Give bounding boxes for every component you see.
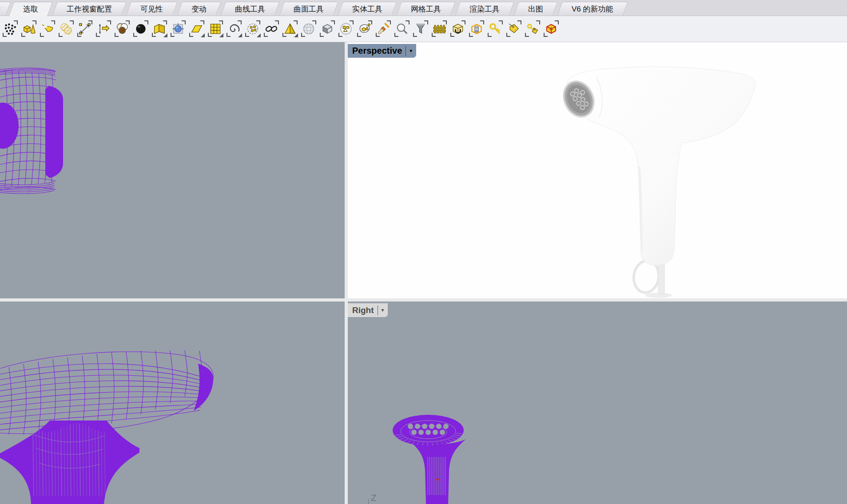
tab-8[interactable]: 渲染工具	[457, 2, 512, 16]
select-pyramid-icon[interactable]	[281, 19, 299, 39]
lasso-select-icon-glyph	[358, 22, 372, 36]
tab-label: 出图	[528, 4, 543, 14]
viewport-right-view[interactable]: Right ▼ Z	[348, 302, 847, 504]
key-icon[interactable]	[486, 19, 504, 39]
tab-bar: 示选取工作视窗配置可见性变动曲线工具曲面工具实体工具网格工具渲染工具出图V6 的…	[0, 0, 847, 16]
viewport-label-right[interactable]: Right ▼	[348, 303, 388, 317]
tab-7[interactable]: 网格工具	[399, 2, 453, 16]
select-chain-icon-glyph	[264, 22, 278, 36]
select-hatches-icon[interactable]	[57, 19, 75, 39]
tab-clipped-first[interactable]: 示	[0, 2, 8, 16]
tab-label: 实体工具	[352, 4, 382, 14]
flyout-triangle-icon	[257, 33, 261, 37]
tab-label: 网格工具	[411, 4, 441, 14]
tab-3[interactable]: 变动	[179, 2, 219, 16]
select-chain-icon[interactable]	[262, 19, 280, 39]
select-blocks-icon[interactable]	[169, 19, 187, 39]
label-separator	[378, 306, 378, 315]
select-u-box-icon[interactable]	[449, 19, 467, 39]
wireframe-model-right-view	[348, 302, 847, 504]
select-surfaces-icon[interactable]	[39, 19, 56, 39]
select-blocks-icon-glyph	[171, 22, 185, 36]
select-wire-box-icon[interactable]	[318, 19, 336, 39]
select-gray-sphere-icon[interactable]	[300, 19, 318, 39]
select-spiral-icon[interactable]	[225, 19, 243, 39]
viewport-label-text: Right	[352, 306, 374, 315]
select-u-box-icon-glyph	[451, 22, 465, 36]
key-icon-glyph	[488, 22, 502, 36]
red-box-icon-glyph	[544, 22, 558, 36]
tab-9[interactable]: 出图	[516, 2, 555, 16]
select-polysurfaces-icon[interactable]	[151, 19, 168, 39]
selection-filter-icon-glyph	[414, 22, 428, 36]
select-black-sphere-icon-glyph	[134, 22, 148, 36]
selection-filter-icon[interactable]	[412, 19, 429, 39]
select-small-objects-icon-glyph	[339, 22, 353, 36]
select-points-icon[interactable]	[1, 19, 19, 39]
viewport-bottom-left[interactable]	[0, 302, 345, 504]
select-gray-sphere-icon-glyph	[302, 22, 316, 36]
wireframe-model-front-view	[0, 302, 345, 504]
flyout-triangle-icon	[163, 33, 167, 37]
select-small-objects-icon[interactable]	[337, 19, 355, 39]
tab-10[interactable]: V6 的新功能	[560, 2, 625, 16]
select-point-cloud-icon[interactable]	[244, 19, 262, 39]
viewport-grid: Perspective ▼ Right ▼ Z	[0, 42, 847, 504]
tab-5[interactable]: 曲面工具	[282, 2, 336, 16]
fence-select-icon-glyph	[432, 22, 446, 36]
select-meshes-icon[interactable]	[207, 19, 224, 39]
viewport-label-perspective[interactable]: Perspective ▼	[348, 44, 416, 58]
select-points-icon-glyph	[3, 22, 17, 36]
keys-tag-icon-glyph	[525, 22, 540, 36]
tab-label: 示	[0, 4, 0, 14]
tab-label: 渲染工具	[469, 4, 500, 14]
tab-label: 曲线工具	[235, 4, 265, 14]
tab-label: 可见性	[140, 4, 163, 14]
tag-icon[interactable]	[505, 19, 523, 39]
rhino-window: 示选取工作视窗配置可见性变动曲线工具曲面工具实体工具网格工具渲染工具出图V6 的…	[0, 0, 847, 504]
select-solids-icon[interactable]	[20, 19, 38, 39]
zoom-select-icon[interactable]	[393, 19, 411, 39]
tab-2[interactable]: 可见性	[128, 2, 175, 16]
select-solids-icon-glyph	[22, 22, 36, 36]
flyout-triangle-icon	[238, 33, 242, 37]
rendered-hair-dryer-model	[348, 42, 847, 298]
select-curves-icon[interactable]	[76, 19, 94, 39]
select-annotations-icon[interactable]	[95, 19, 112, 39]
chevron-down-icon[interactable]: ▼	[381, 308, 385, 313]
tab-label: 工作视窗配置	[67, 4, 112, 14]
select-surfaces-icon-glyph	[40, 22, 55, 36]
z-axis-label: Z	[371, 492, 377, 503]
tab-0[interactable]: 选取	[11, 2, 50, 16]
select-black-sphere-icon[interactable]	[132, 19, 150, 39]
viewport-label-text: Perspective	[352, 46, 402, 56]
chevron-down-icon[interactable]: ▼	[409, 49, 413, 53]
clipping-box-icon[interactable]	[468, 19, 485, 39]
tag-icon-glyph	[507, 22, 521, 36]
flyout-triangle-icon	[201, 33, 205, 37]
selection-toolbar	[0, 16, 847, 42]
select-annotations-icon-glyph	[96, 22, 111, 36]
zoom-select-icon-glyph	[395, 22, 409, 36]
tab-6[interactable]: 实体工具	[340, 2, 394, 16]
lasso-select-icon[interactable]	[356, 19, 374, 39]
wireframe-model-partial-view	[0, 42, 345, 298]
tab-label: V6 的新功能	[572, 4, 613, 14]
flyout-triangle-icon	[219, 33, 223, 37]
tab-1[interactable]: 工作视窗配置	[55, 2, 124, 16]
viewport-top-left[interactable]	[0, 42, 345, 298]
select-hatches-icon-glyph	[59, 22, 73, 36]
fence-select-icon[interactable]	[430, 19, 448, 39]
keys-tag-icon[interactable]	[524, 19, 541, 39]
select-by-color-icon-glyph	[115, 22, 129, 36]
brush-select-icon[interactable]	[374, 19, 392, 39]
select-planar-icon[interactable]	[188, 19, 206, 39]
clipping-box-icon-glyph	[469, 22, 484, 36]
select-by-color-icon[interactable]	[113, 19, 131, 39]
red-box-icon[interactable]	[542, 19, 560, 39]
tab-label: 选取	[23, 4, 38, 14]
flyout-triangle-icon	[294, 33, 298, 37]
viewport-perspective[interactable]: Perspective ▼	[348, 42, 847, 298]
tab-label: 曲面工具	[294, 4, 324, 14]
tab-4[interactable]: 曲线工具	[223, 2, 277, 16]
